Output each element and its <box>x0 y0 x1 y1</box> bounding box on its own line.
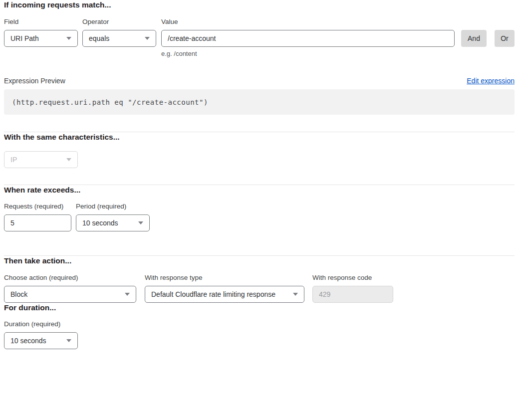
requests-input[interactable] <box>4 214 71 231</box>
value-helper-text: e.g. /content <box>161 50 455 58</box>
operator-select[interactable]: equals <box>82 30 156 47</box>
choose-action-select-value: Block <box>10 290 27 298</box>
field-group-choose-action: Choose action (required) Block <box>4 273 136 303</box>
expression-text: (http.request.uri.path eq "/create-accou… <box>12 98 208 106</box>
rate-limit-rule-form: If incoming requests match... Field URI … <box>0 0 523 349</box>
period-select-value: 10 seconds <box>82 219 118 227</box>
chevron-down-icon <box>293 293 298 296</box>
section-heading-characteristics: With the same characteristics... <box>4 132 515 142</box>
characteristics-row: IP <box>4 151 515 168</box>
chevron-down-icon <box>125 293 130 296</box>
field-select[interactable]: URI Path <box>4 30 78 47</box>
period-select[interactable]: 10 seconds <box>76 214 150 231</box>
operator-label: Operator <box>82 17 156 26</box>
response-code-input <box>312 286 393 303</box>
and-button[interactable]: And <box>461 30 487 47</box>
response-type-select[interactable]: Default Cloudflare rate limiting respons… <box>145 286 304 303</box>
field-group-field: Field URI Path <box>4 17 78 47</box>
response-type-select-value: Default Cloudflare rate limiting respons… <box>151 290 275 298</box>
field-label: Field <box>4 17 78 26</box>
duration-row: Duration (required) 10 seconds <box>4 320 515 349</box>
field-group-value: Value e.g. /content <box>161 17 455 58</box>
section-heading-match: If incoming requests match... <box>4 0 515 10</box>
rate-row: Requests (required) Period (required) 10… <box>4 202 515 231</box>
value-label: Value <box>161 17 455 26</box>
action-row: Choose action (required) Block With resp… <box>4 273 515 303</box>
field-group-response-type: With response type Default Cloudflare ra… <box>145 273 304 303</box>
characteristic-select: IP <box>4 151 78 168</box>
chevron-down-icon <box>145 37 150 40</box>
chevron-down-icon <box>66 158 71 161</box>
duration-label: Duration (required) <box>4 320 78 328</box>
section-heading-duration: For duration... <box>4 303 515 313</box>
field-group-duration: Duration (required) 10 seconds <box>4 320 78 349</box>
choose-action-label: Choose action (required) <box>4 273 136 282</box>
field-select-value: URI Path <box>10 34 39 42</box>
section-heading-action: Then take action... <box>4 256 515 266</box>
chevron-down-icon <box>138 221 143 224</box>
field-group-period: Period (required) 10 seconds <box>76 202 150 231</box>
chevron-down-icon <box>66 37 71 40</box>
chevron-down-icon <box>66 339 71 342</box>
field-group-operator: Operator equals <box>82 17 156 47</box>
expression-preview-box: (http.request.uri.path eq "/create-accou… <box>4 89 515 115</box>
field-group-requests: Requests (required) <box>4 202 71 231</box>
period-label: Period (required) <box>76 202 150 210</box>
value-input[interactable] <box>161 30 455 47</box>
section-heading-rate: When rate exceeds... <box>4 185 515 195</box>
expression-preview-header: Expression Preview Edit expression <box>4 76 515 85</box>
requests-label: Requests (required) <box>4 202 71 210</box>
response-code-label: With response code <box>312 273 393 282</box>
edit-expression-link[interactable]: Edit expression <box>467 76 515 85</box>
or-button[interactable]: Or <box>495 30 515 47</box>
operator-select-value: equals <box>89 34 109 42</box>
expression-preview-label: Expression Preview <box>4 76 65 85</box>
characteristic-select-value: IP <box>10 156 17 164</box>
duration-select-value: 10 seconds <box>10 337 46 345</box>
field-group-response-code: With response code <box>312 273 393 303</box>
match-criteria-row: Field URI Path Operator equals Value e.g… <box>4 17 515 58</box>
choose-action-select[interactable]: Block <box>4 286 136 303</box>
duration-select[interactable]: 10 seconds <box>4 332 78 349</box>
response-type-label: With response type <box>145 273 304 282</box>
